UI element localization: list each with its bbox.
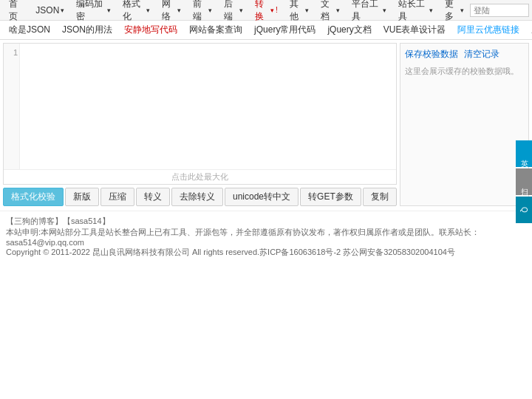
editor-area: 1 点击此处最大化 [3, 43, 397, 185]
chevron-down-icon: ▾ [208, 7, 212, 14]
nav-search [470, 4, 529, 17]
subnav-json-usage[interactable]: JSON的用法 [56, 21, 118, 39]
subnav-jquery-docs[interactable]: jQuery文档 [321, 21, 377, 39]
main-content: 1 点击此处最大化 格式化校验 新版 压缩 [0, 40, 532, 209]
subnav-aliyun[interactable]: 阿里云优惠链接 [451, 21, 525, 39]
btn-escape[interactable]: 转义 [136, 188, 170, 206]
footer-line3: Copyright © 2011-2022 昆山良讯网络科技有限公司 All r… [6, 247, 526, 258]
footer-line1: 【三狗的博客】【sasa514】 [6, 216, 526, 227]
btn-compress[interactable]: 压缩 [100, 188, 134, 206]
sub-nav: 啥是JSON JSON的用法 安静地写代码 网站备案查询 jQuery常用代码 … [0, 21, 532, 40]
chevron-down-icon: ▾ [429, 7, 433, 14]
info-actions: 保存校验数据 清空记录 [405, 48, 524, 61]
editor-inner: 1 [4, 44, 396, 169]
float-btn-english[interactable]: 英 [516, 140, 532, 167]
subnav-jquery-common[interactable]: jQuery常用代码 [248, 21, 321, 39]
float-buttons: 英 扫 Q [516, 140, 532, 223]
float-btn-scan[interactable]: 扫 [516, 168, 532, 195]
chevron-down-icon: ▾ [270, 7, 274, 14]
chevron-down-icon: ▾ [239, 7, 243, 14]
nav-json[interactable]: JSON▾ [30, 2, 70, 18]
info-panel: 保存校验数据 清空记录 这里会展示缓存的校验数据哦。 [400, 43, 529, 206]
chevron-down-icon: ▾ [383, 7, 386, 14]
chevron-down-icon: ▾ [177, 7, 181, 14]
btn-to-get-params[interactable]: 转GET参数 [300, 188, 361, 206]
search-input[interactable] [470, 4, 529, 17]
editor-footer: 点击此处最大化 [4, 169, 396, 184]
btn-format-validate[interactable]: 格式化校验 [3, 188, 64, 206]
footer-line2: 本站申明:本网站部分工具是站长整合网上已有工具、开源包等，并全部遵循原有协议发布… [6, 227, 526, 247]
subnav-quiet-code[interactable]: 安静地写代码 [118, 21, 183, 39]
float-btn-qq[interactable]: Q [516, 197, 532, 223]
chevron-down-icon: ▾ [336, 7, 340, 14]
left-content: 1 点击此处最大化 格式化校验 新版 压缩 [0, 40, 400, 209]
chevron-down-icon: ▾ [146, 7, 150, 14]
btn-copy[interactable]: 复制 [363, 188, 397, 206]
subnav-icp[interactable]: 网站备案查询 [183, 21, 248, 39]
top-nav: 首页 JSON▾ 编码加密▾ 格式化▾ 网络▾ 前端▾ 后端▾ 转换▾! 其他▾… [0, 0, 532, 21]
info-text: 这里会展示缓存的校验数据哦。 [405, 65, 524, 78]
subnav-what-json[interactable]: 啥是JSON [3, 21, 56, 39]
chevron-down-icon: ▾ [107, 7, 111, 14]
btn-new-version[interactable]: 新版 [65, 188, 99, 206]
btn-unicode-to-chinese[interactable]: unicode转中文 [225, 188, 299, 206]
footer: 【三狗的博客】【sasa514】 本站申明:本网站部分工具是站长整合网上已有工具… [0, 211, 532, 262]
save-data-link[interactable]: 保存校验数据 [405, 48, 458, 61]
toolbar: 格式化校验 新版 压缩 转义 去除转义 unicode转中文 转 [0, 185, 400, 209]
editor-panel: 1 点击此处最大化 [4, 44, 396, 184]
chevron-down-icon: ▾ [305, 7, 309, 14]
editor-textarea[interactable] [20, 44, 396, 169]
btn-unescape[interactable]: 去除转义 [171, 188, 223, 206]
subnav-tencent[interactable]: 腾讯云优惠链接 [525, 21, 532, 39]
line-numbers: 1 [4, 44, 20, 169]
chevron-down-icon: ▾ [61, 7, 64, 14]
clear-records-link[interactable]: 清空记录 [464, 48, 499, 61]
chevron-down-icon: ▾ [460, 7, 464, 14]
subnav-vue-form[interactable]: VUE表单设计器 [378, 21, 452, 39]
